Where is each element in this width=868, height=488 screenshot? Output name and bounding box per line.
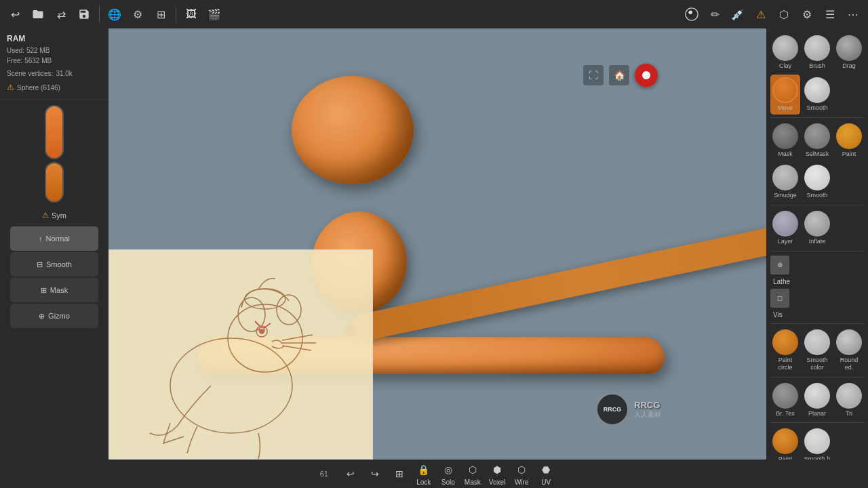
planar-brush[interactable]: Planar	[802, 380, 832, 420]
voxel-button[interactable]: ⬢ Voxel	[489, 462, 505, 486]
mask-icon: ⊞	[41, 286, 47, 295]
inflate-label: Inflate	[809, 238, 826, 245]
drag-label: Drag	[842, 62, 856, 70]
watermark-text-block: RRCG 人人素材	[634, 400, 661, 420]
video-icon[interactable]: 🎬	[205, 5, 224, 24]
layers-icon: ⊞	[391, 466, 408, 482]
smooth-color-label: Smooth color	[804, 357, 831, 371]
primary-color-swatch[interactable]	[45, 105, 64, 159]
svg-point-0	[686, 8, 698, 20]
right-panel: Clay Brush Drag Move Smooth Mask SelMask	[766, 28, 868, 488]
svg-rect-2	[109, 250, 373, 460]
smudge-label: Smudge	[774, 192, 797, 199]
watermark-logo: RRCG	[596, 393, 629, 426]
main-canvas[interactable]: ⛶ 🏠 RRCG RRCG 人人素材	[108, 28, 766, 460]
reference-image	[108, 249, 373, 460]
image-icon[interactable]: 🖼	[182, 5, 201, 24]
secondary-color-swatch[interactable]	[45, 162, 64, 203]
brush-grid-2: Mask SelMask Paint Smudge Smooth	[770, 121, 864, 203]
frame-number: 61	[314, 470, 334, 478]
uv-label: UV	[541, 479, 551, 486]
scene-vertices: Scene vertices: 31.0k	[7, 68, 102, 79]
gizmo-small-icon[interactable]: ⊕	[770, 256, 789, 274]
clay-brush[interactable]: Clay	[770, 33, 800, 73]
round-edge-label: Round ed.	[835, 357, 863, 371]
lock-button[interactable]: 🔒 Lock	[416, 462, 432, 486]
layers-button[interactable]: ⊞	[391, 466, 408, 482]
brush-brush[interactable]: Brush	[802, 33, 832, 73]
mask-bottom-button[interactable]: ⬡ Mask	[465, 462, 481, 486]
divider4	[770, 323, 864, 324]
vis-row[interactable]: Vis	[770, 309, 864, 321]
voxel-icon: ⬢	[489, 462, 505, 478]
settings-icon[interactable]: ⚙	[128, 5, 147, 24]
separator1	[99, 6, 100, 22]
paint-blend-icon	[772, 428, 798, 454]
globe-icon[interactable]: 🌐	[105, 5, 124, 24]
config-icon[interactable]: ⚙	[797, 5, 816, 24]
uv-icon: ⬣	[538, 462, 554, 478]
redo-bottom-button[interactable]: ↪	[367, 466, 383, 482]
undo-icon[interactable]: ↩	[5, 5, 24, 24]
watermark-logo-text: RRCG	[604, 406, 622, 413]
wire-button[interactable]: ⬡ Wire	[513, 462, 530, 486]
open-icon[interactable]	[28, 5, 47, 24]
smooth2-brush-icon	[804, 165, 830, 190]
divider1	[770, 117, 864, 118]
info-panel: RAM Used: 522 MB Free: 5632 MB Scene ver…	[0, 28, 108, 100]
watermark: RRCG RRCG 人人素材	[596, 393, 661, 426]
fullscreen-button[interactable]: ⛶	[583, 65, 604, 85]
mask-bottom-icon: ⬡	[465, 462, 481, 478]
tri-brush[interactable]: Tri	[834, 380, 864, 420]
solo-button[interactable]: ◎ Solo	[440, 462, 456, 486]
undo-bottom-button[interactable]: ↩	[342, 466, 359, 482]
move-brush[interactable]: Move	[770, 75, 800, 115]
selmask-brush[interactable]: SelMask	[802, 121, 832, 161]
symmetry-button[interactable]: ⚠ Sym	[0, 208, 108, 222]
vis-icon1[interactable]: ◻	[770, 289, 789, 308]
grid-icon[interactable]: ⊞	[151, 5, 170, 24]
planar-label: Planar	[808, 410, 826, 418]
mask-brush[interactable]: Mask	[770, 121, 800, 161]
material-sphere-icon[interactable]	[682, 5, 701, 24]
save-icon[interactable]	[75, 5, 94, 24]
paint-brush[interactable]: Paint	[834, 121, 864, 161]
lathe-row[interactable]: Lathe	[770, 276, 864, 287]
render-icon[interactable]: ⬡	[774, 5, 793, 24]
smooth-color-brush[interactable]: Smooth color	[802, 327, 832, 374]
left-sidebar: RAM Used: 522 MB Free: 5632 MB Scene ver…	[0, 28, 108, 488]
gizmo-tool-button[interactable]: ⊕ Gizmo	[10, 304, 98, 328]
smooth2-brush[interactable]: Smooth	[802, 162, 832, 202]
alert-icon[interactable]: ⚠	[751, 5, 770, 24]
tri-label: Tri	[846, 410, 852, 418]
round-edge-brush[interactable]: Round ed.	[834, 327, 864, 374]
smooth-tool-button[interactable]: ⊟ Smooth	[10, 252, 98, 277]
record-button[interactable]	[635, 64, 658, 87]
smooth-icon: ⊟	[37, 260, 43, 269]
gizmo-label: Gizmo	[48, 312, 70, 320]
smudge-brush[interactable]: Smudge	[770, 162, 800, 202]
normal-tool-button[interactable]: ↑ Normal	[10, 226, 98, 251]
brush-grid-4: Paint circle Smooth color Round ed.	[770, 327, 864, 374]
mesh-warning-icon: ⚠	[7, 81, 14, 94]
mask-tool-button[interactable]: ⊞ Mask	[10, 278, 98, 302]
inflate-brush[interactable]: Inflate	[802, 208, 832, 248]
brtex-brush[interactable]: Br. Tex	[770, 380, 800, 420]
drag-brush[interactable]: Drag	[834, 33, 864, 73]
brush-tool-icon[interactable]: ✏	[705, 5, 724, 24]
left-tools: ↑ Normal ⊟ Smooth ⊞ Mask ⊕ Gizmo	[0, 222, 108, 465]
menu-bars-icon[interactable]: ☰	[821, 5, 840, 24]
move-brush-icon	[772, 77, 798, 103]
more-options-icon[interactable]: ⋯	[844, 5, 863, 24]
layer-brush[interactable]: Layer	[770, 208, 800, 248]
smooth-brush[interactable]: Smooth	[802, 75, 832, 115]
uv-button[interactable]: ⬣ UV	[538, 462, 554, 486]
eyedropper-icon[interactable]: 💉	[728, 5, 747, 24]
paint-circle-brush[interactable]: Paint circle	[770, 327, 800, 374]
brush-grid-3: Layer Inflate	[770, 208, 864, 248]
divider3	[770, 251, 864, 251]
share-icon[interactable]: ⇄	[52, 5, 71, 24]
home-button[interactable]: 🏠	[609, 65, 629, 85]
top-toolbar: ↩ ⇄ 🌐 ⚙ ⊞ 🖼 🎬 ✏ 💉 ⚠ ⬡ ⚙ ☰ ⋯	[0, 0, 868, 28]
smooth-color-icon	[804, 329, 830, 355]
